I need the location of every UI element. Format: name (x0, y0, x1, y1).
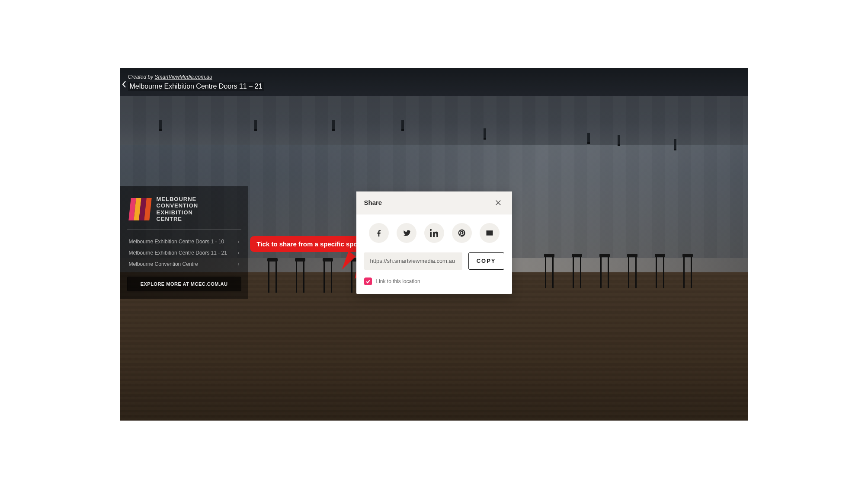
downlight-icon (254, 120, 257, 129)
sidebar-item-label: Melbourne Convention Centre (129, 261, 198, 267)
chevron-right-icon: › (238, 250, 240, 256)
pinterest-icon (458, 229, 466, 237)
credit-link[interactable]: SmartViewMedia.com.au (155, 74, 212, 80)
share-pinterest-button[interactable] (452, 223, 472, 243)
share-header: Share (356, 191, 512, 214)
close-icon (495, 200, 501, 206)
mcec-logo-line: CONVENTION (157, 202, 199, 209)
furniture-silhouette (544, 254, 693, 288)
share-email-button[interactable] (480, 223, 500, 243)
sidebar-item-doors-11-21[interactable]: Melbourne Exhibition Centre Doors 11 - 2… (127, 249, 241, 257)
share-linkedin-button[interactable] (424, 223, 444, 243)
sidebar-item-label: Melbourne Exhibition Centre Doors 11 - 2… (129, 250, 227, 256)
mcec-logo-line: MELBOURNE (157, 196, 199, 203)
link-location-checkbox[interactable] (364, 277, 372, 285)
mcec-logo-line: CENTRE (157, 216, 199, 223)
instruction-callout: Tick to share from a specific spot (250, 236, 367, 252)
chevron-right-icon: › (238, 261, 240, 267)
topbar: Created by SmartViewMedia.com.au Melbour… (128, 74, 264, 91)
callout-text: Tick to share from a specific spot (257, 240, 360, 248)
explore-more-button[interactable]: EXPLORE MORE AT MCEC.COM.AU (127, 277, 241, 291)
downlight-icon (484, 128, 486, 138)
downlight-icon (332, 120, 335, 129)
twitter-icon (402, 229, 411, 237)
facebook-icon (375, 229, 383, 237)
mcec-logo-text: MELBOURNE CONVENTION EXHIBITION CENTRE (157, 196, 199, 223)
chevron-left-icon (122, 81, 126, 88)
copy-button[interactable]: COPY (468, 252, 504, 270)
downlight-icon (401, 120, 404, 129)
sidebar-item-convention-centre[interactable]: Melbourne Convention Centre › (127, 260, 241, 268)
back-button[interactable] (121, 80, 127, 89)
share-url-row: COPY (364, 252, 504, 270)
share-body: COPY Link to this location (356, 214, 512, 294)
share-modal: Share (356, 191, 512, 294)
share-facebook-button[interactable] (369, 223, 389, 243)
email-icon (485, 229, 494, 237)
downlight-icon (618, 135, 620, 144)
sidebar-item-label: Melbourne Exhibition Centre Doors 1 - 10 (129, 239, 224, 245)
side-panel: MELBOURNE CONVENTION EXHIBITION CENTRE M… (120, 186, 248, 299)
credit-line: Created by SmartViewMedia.com.au (128, 74, 264, 80)
panorama-viewer[interactable]: Created by SmartViewMedia.com.au Melbour… (120, 68, 748, 421)
close-button[interactable] (492, 197, 504, 209)
downlight-icon (674, 139, 676, 149)
mcec-logo-line: EXHIBITION (157, 209, 199, 216)
link-location-label: Link to this location (376, 278, 420, 284)
downlight-icon (159, 120, 162, 129)
link-location-row: Link to this location (364, 277, 504, 285)
social-row (364, 223, 504, 243)
downlight-icon (587, 133, 590, 142)
check-icon (365, 279, 371, 284)
mcec-logo-icon (130, 198, 151, 220)
chevron-right-icon: › (238, 239, 240, 245)
sidebar-item-doors-1-10[interactable]: Melbourne Exhibition Centre Doors 1 - 10… (127, 238, 241, 246)
share-url-input[interactable] (364, 252, 462, 270)
mcec-logo-block: MELBOURNE CONVENTION EXHIBITION CENTRE (127, 186, 241, 230)
share-title: Share (364, 199, 382, 206)
credit-prefix: Created by (128, 74, 155, 80)
location-title: Melbourne Exhibition Centre Doors 11 – 2… (128, 82, 264, 91)
share-twitter-button[interactable] (397, 223, 416, 243)
linkedin-icon (430, 229, 439, 237)
location-list: Melbourne Exhibition Centre Doors 1 - 10… (127, 230, 241, 271)
